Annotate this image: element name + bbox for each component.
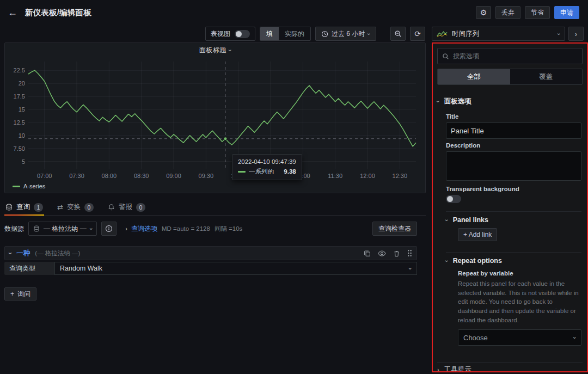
transparent-background-toggle[interactable] xyxy=(446,195,461,203)
tab-alert[interactable]: 警报 0 xyxy=(107,199,146,215)
chevron-down-icon: › xyxy=(227,50,233,52)
options-tab-all[interactable]: 全部 xyxy=(438,69,510,84)
save-button[interactable]: 节省 xyxy=(525,6,550,19)
tooltip-series-name: 一系列的 xyxy=(249,168,274,176)
table-view-label: 表视图 xyxy=(211,29,230,39)
panel-title-menu[interactable]: 面板标题 › xyxy=(5,46,425,55)
edit-toolbar: 表视图 填 实际的 过去 6 小时 › ⟳ 时间序列 › › xyxy=(0,25,588,42)
visualization-picker[interactable]: 时间序列 › xyxy=(432,27,565,41)
options-mode-tabs: 全部 覆盖 xyxy=(437,69,583,85)
size-mode-group: 填 实际的 xyxy=(260,27,311,41)
query-options-toggle[interactable]: › 查询选项 xyxy=(125,224,157,234)
svg-text:12.5: 12.5 xyxy=(14,119,25,126)
timeseries-chart[interactable]: 22.52017.51512.5107.50507:0007:3008:0008… xyxy=(8,57,422,183)
panel-description-input[interactable] xyxy=(446,151,581,181)
chart-legend[interactable]: A-series xyxy=(13,183,45,189)
panel-options-sidebar: 全部 覆盖 › 面板选项 Title Description Transpare… xyxy=(432,42,588,372)
query-type-select[interactable]: Random Walk › xyxy=(54,262,417,275)
section-panel-options[interactable]: › 面板选项 xyxy=(437,93,583,110)
svg-text:08:30: 08:30 xyxy=(134,173,149,179)
query-type-label: 查询类型 xyxy=(4,262,54,275)
chevron-down-icon: › xyxy=(435,100,441,102)
svg-text:22.5: 22.5 xyxy=(14,67,25,73)
svg-text:09:00: 09:00 xyxy=(166,173,181,179)
svg-text:15: 15 xyxy=(19,106,25,113)
collapse-options-button[interactable]: › xyxy=(568,27,584,41)
settings-button[interactable]: ⚙ xyxy=(476,6,491,19)
back-arrow-icon: ← xyxy=(8,7,17,18)
drag-handle[interactable] xyxy=(407,249,412,257)
svg-text:07:00: 07:00 xyxy=(37,173,52,179)
fill-button[interactable]: 填 xyxy=(260,27,279,40)
transparent-background-label: Transparent background xyxy=(446,186,581,192)
interval-summary: 间隔 =10s xyxy=(215,225,242,233)
query-toolbar: 数据源 — 格拉法纳 — › › 查询选项 MD =auto = 2128 间隔… xyxy=(4,221,417,236)
actual-button[interactable]: 实际的 xyxy=(279,27,310,40)
clock-icon xyxy=(321,30,328,38)
tab-query[interactable]: 查询 1 xyxy=(4,199,44,215)
timeseries-icon xyxy=(437,30,448,38)
zoom-out-button[interactable] xyxy=(390,27,406,41)
panel-title-text: 面板标题 xyxy=(199,46,226,55)
chevron-down-icon: › xyxy=(366,33,372,35)
delete-query-button[interactable] xyxy=(393,250,400,257)
svg-text:7.50: 7.50 xyxy=(14,145,25,152)
viz-type-label: 时间序列 xyxy=(452,29,479,39)
chevron-down-icon: › xyxy=(556,33,562,35)
time-range-label: 过去 6 小时 xyxy=(332,29,365,39)
svg-text:10: 10 xyxy=(19,132,25,139)
chevron-down-icon: › xyxy=(572,337,578,339)
table-view-toggle[interactable]: 表视图 xyxy=(205,27,255,41)
transform-count-badge: 0 xyxy=(84,203,94,212)
description-field-label: Description xyxy=(446,142,581,149)
legend-label: A-series xyxy=(23,183,45,189)
query-count-badge: 1 xyxy=(34,203,43,212)
svg-text:20: 20 xyxy=(19,80,25,87)
page-title: 新仪表板/编辑面板 xyxy=(25,8,91,18)
options-tab-overrides[interactable]: 覆盖 xyxy=(510,69,583,84)
options-search xyxy=(437,48,583,64)
section-panel-links[interactable]: › Panel links xyxy=(446,212,581,228)
section-repeat-options[interactable]: › Repeat options xyxy=(446,253,581,269)
options-search-input[interactable] xyxy=(453,52,578,60)
alert-count-badge: 0 xyxy=(136,203,145,212)
panel-title-input[interactable] xyxy=(446,122,581,139)
drag-dots-icon xyxy=(407,249,412,257)
query-row-header[interactable]: › 一种 (— 格拉法纳 —) xyxy=(4,246,417,260)
svg-text:08:00: 08:00 xyxy=(102,173,117,179)
zoom-out-icon xyxy=(394,30,402,38)
info-icon xyxy=(105,225,113,232)
chevron-right-icon: › xyxy=(125,226,127,232)
add-query-button[interactable]: + 询问 xyxy=(4,287,36,301)
chevron-down-icon: › xyxy=(444,219,450,221)
query-row-datasource: (— 格拉法纳 —) xyxy=(35,249,80,257)
apply-button[interactable]: 申请 xyxy=(554,6,579,19)
datasource-picker[interactable]: — 格拉法纳 — › xyxy=(28,222,97,236)
tab-transform-label: 变换 xyxy=(67,203,81,212)
plus-icon: + xyxy=(10,290,14,298)
svg-text:12:30: 12:30 xyxy=(393,173,408,179)
section-tooltip[interactable]: › 工具提示 xyxy=(437,362,583,372)
tab-transform[interactable]: ⇄ 变换 0 xyxy=(56,199,95,215)
eye-icon xyxy=(378,250,386,257)
query-inspector-button[interactable]: 查询检查器 xyxy=(372,222,417,236)
time-range-picker[interactable]: 过去 6 小时 › xyxy=(315,27,376,41)
svg-text:5: 5 xyxy=(22,158,25,165)
datasource-help-button[interactable] xyxy=(101,222,117,236)
section-repeat-options-label: Repeat options xyxy=(453,257,502,265)
table-view-switch[interactable] xyxy=(235,30,250,38)
trash-icon xyxy=(393,250,400,257)
repeat-variable-select[interactable]: Choose › xyxy=(458,329,581,346)
back-button[interactable]: ← xyxy=(8,8,17,17)
discard-button[interactable]: 丢弃 xyxy=(495,6,520,19)
query-type-row: 查询类型 Random Walk › xyxy=(4,262,417,275)
section-tooltip-label: 工具提示 xyxy=(444,365,471,372)
duplicate-query-button[interactable] xyxy=(364,250,371,257)
search-icon xyxy=(442,53,449,60)
refresh-button[interactable]: ⟳ xyxy=(410,27,425,41)
chart-tooltip: 2022-04-10 09:47:39 一系列的 9.38 xyxy=(232,154,302,180)
series-color-swatch xyxy=(13,186,20,187)
svg-text:07:30: 07:30 xyxy=(69,173,84,179)
hide-query-button[interactable] xyxy=(378,250,386,257)
add-link-button[interactable]: + Add link xyxy=(458,228,497,241)
